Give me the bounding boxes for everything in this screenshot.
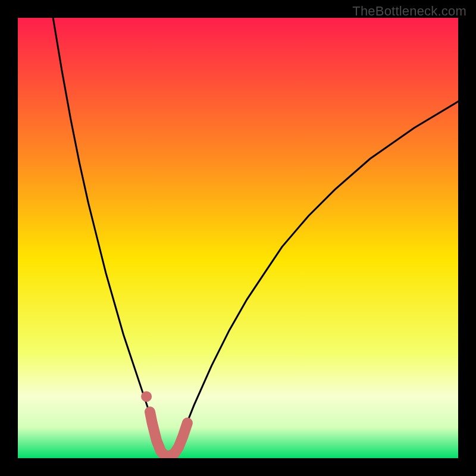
gradient-background [18, 18, 458, 458]
chart-frame: TheBottleneck.com [0, 0, 476, 476]
bottleneck-curve-chart [18, 18, 458, 458]
watermark-text: TheBottleneck.com [352, 4, 466, 19]
optimum-marker-dot [141, 391, 152, 402]
chart-svg [18, 18, 458, 458]
